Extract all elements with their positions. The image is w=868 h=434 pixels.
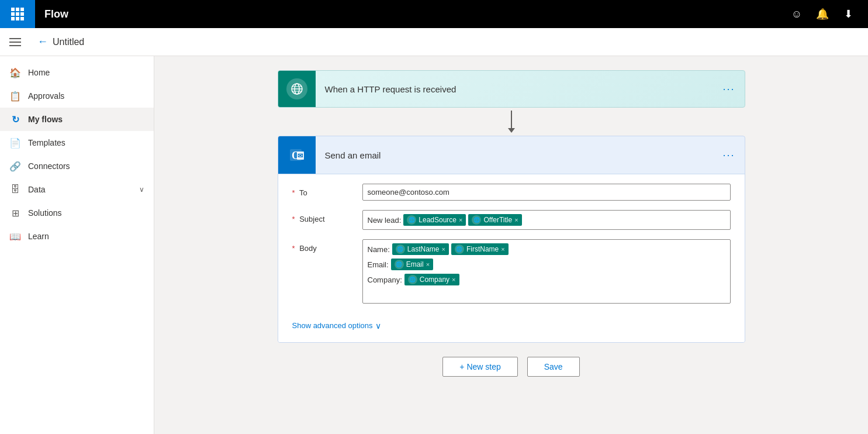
outlook-icon: O ✉ [286,144,307,166]
token-firstname[interactable]: 🌐 FirstName × [451,243,509,255]
arrow-line [511,111,512,128]
menu-button[interactable] [9,33,28,51]
body-company-prefix: Company: [368,275,402,284]
learn-icon: 📖 [9,230,21,242]
body-input[interactable]: Name: 🌐 LastName × 🌐 FirstName × [362,239,731,304]
body-field-row: * Body Name: 🌐 LastName × [292,239,731,304]
token-remove-icon[interactable]: × [442,246,445,253]
waffle-icon [11,8,24,20]
save-button[interactable]: Save [527,357,580,377]
topbar-actions: ☺ 🔔 ⬇ [786,4,868,25]
trigger-block[interactable]: When a HTTP request is received ··· [278,70,745,108]
subject-prefix: New lead: [368,216,402,225]
token-label: Company [420,275,449,284]
sidebar-label-solutions: Solutions [28,208,62,218]
waffle-button[interactable] [0,0,35,28]
topbar: Flow ☺ 🔔 ⬇ [0,0,868,28]
download-icon[interactable]: ⬇ [838,4,859,25]
sidebar-item-myflows[interactable]: ↻ My flows [0,108,154,131]
to-input[interactable] [362,184,731,201]
body-line-email: Email: 🌐 Email × [368,259,725,270]
token-remove-icon[interactable]: × [514,216,518,223]
subject-field-row: * Subject New lead: 🌐 LeadSource × � [292,210,731,230]
back-button[interactable]: ← [37,36,48,48]
approvals-icon: 📋 [9,90,21,102]
show-advanced-row: Show advanced options ∨ [292,313,731,333]
to-field-row: * To [292,184,731,201]
svg-text:✉: ✉ [298,152,303,159]
body-email-prefix: Email: [368,260,389,269]
home-icon: 🏠 [9,67,21,78]
sidebar-item-learn[interactable]: 📖 Learn [0,225,154,248]
myflows-icon: ↻ [9,113,21,125]
show-advanced-label: Show advanced options [292,321,373,330]
sidebar-label-myflows: My flows [28,115,63,124]
sidebar-label-connectors: Connectors [28,161,70,171]
chevron-down-icon: ∨ [139,185,144,194]
app-title: Flow [35,8,78,20]
smiley-icon[interactable]: ☺ [786,4,807,25]
token-icon: 🌐 [408,275,417,284]
sidebar-label-learn: Learn [28,232,49,241]
body-name-prefix: Name: [368,245,390,254]
body-line-company: Company: 🌐 Company × [368,274,725,285]
token-label: OfferTitle [483,216,512,224]
arrow-connector [508,108,515,136]
page-title: Untitled [53,37,84,47]
sidebar-item-home[interactable]: 🏠 Home [0,61,154,84]
sidebar-label-templates: Templates [28,138,65,147]
solutions-icon: ⊞ [9,207,21,219]
subject-input[interactable]: New lead: 🌐 LeadSource × 🌐 OfferTitle × [362,210,731,230]
arrow-head [508,128,515,133]
sidebar: 🏠 Home 📋 Approvals ↻ My flows 📄 Template… [0,56,154,434]
subject-label: * Subject [292,210,362,223]
body-line-name: Name: 🌐 LastName × 🌐 FirstName × [368,243,725,255]
body-label: * Body [292,239,362,253]
token-remove-icon[interactable]: × [459,216,462,223]
token-remove-icon[interactable]: × [426,261,430,268]
token-label: LeadSource [419,216,457,224]
sidebar-label-approvals: Approvals [28,91,64,101]
action-icon-area: O ✉ [278,136,316,174]
token-label: FirstName [466,245,499,253]
token-company[interactable]: 🌐 Company × [404,274,459,285]
token-email[interactable]: 🌐 Email × [391,259,433,270]
footer-actions: + New step Save [278,343,745,391]
token-remove-icon[interactable]: × [452,276,455,283]
sidebar-item-templates[interactable]: 📄 Templates [0,131,154,154]
token-icon: 🌐 [472,215,481,225]
new-step-button[interactable]: + New step [442,357,517,377]
trigger-more-button[interactable]: ··· [713,83,744,95]
token-label: LastName [407,245,440,253]
subheader: ← Untitled [0,28,868,56]
data-icon: 🗄 [9,184,21,195]
show-advanced-link[interactable]: Show advanced options ∨ [292,321,381,330]
sidebar-item-solutions[interactable]: ⊞ Solutions [0,201,154,225]
token-icon: 🌐 [407,215,416,225]
action-block-body: * To * Subject New lead: [278,174,745,342]
sidebar-item-approvals[interactable]: 📋 Approvals [0,84,154,108]
bell-icon[interactable]: 🔔 [812,4,833,25]
action-block: O ✉ Send an email ··· * [278,136,745,343]
action-block-header[interactable]: O ✉ Send an email ··· [278,136,745,174]
sidebar-item-data[interactable]: 🗄 Data ∨ [0,178,154,201]
action-more-button[interactable]: ··· [713,149,744,161]
connectors-icon: 🔗 [9,160,21,172]
flow-canvas: When a HTTP request is received ··· O [278,70,745,391]
body-required: * [292,244,295,253]
token-icon: 🌐 [395,260,404,269]
to-required: * [292,188,295,197]
token-remove-icon[interactable]: × [501,246,504,253]
token-icon: 🌐 [455,244,464,254]
token-offertitle[interactable]: 🌐 OfferTitle × [468,214,521,226]
trigger-icon-area [278,70,316,108]
action-title: Send an email [316,150,714,160]
token-leadsource[interactable]: 🌐 LeadSource × [403,214,466,226]
templates-icon: 📄 [9,137,21,149]
chevron-down-icon: ∨ [375,321,381,330]
token-label: Email [406,260,424,268]
sidebar-item-connectors[interactable]: 🔗 Connectors [0,154,154,178]
trigger-title: When a HTTP request is received [316,84,714,94]
token-lastname[interactable]: 🌐 LastName × [392,243,449,255]
sidebar-label-data: Data [28,185,46,194]
